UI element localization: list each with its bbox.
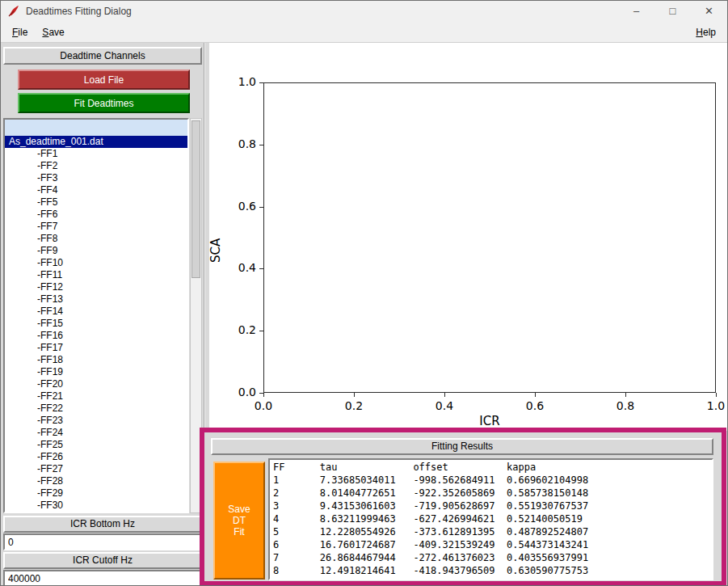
fitting-results-text[interactable]: FF tau offset kappa 1 7.33685034011 -998… — [268, 458, 713, 580]
list-item[interactable]: -FF3 — [5, 172, 187, 184]
plot-figure: ICR SCA 0.00.20.40.60.81.00.00.20.40.60.… — [209, 43, 728, 431]
list-item[interactable]: -FF1 — [5, 148, 187, 160]
icr-bottom-hz-input[interactable] — [3, 533, 202, 550]
sidebar: Deadtime Channels Load File Fit Deadtime… — [1, 43, 204, 586]
menubar: File Save Help — [1, 22, 727, 43]
list-item[interactable]: -FF12 — [5, 281, 187, 293]
list-item[interactable]: -FF6 — [5, 209, 187, 221]
list-item[interactable]: -FF14 — [5, 306, 187, 318]
list-item[interactable]: -FF2 — [5, 160, 187, 172]
x-tick-mark — [444, 393, 445, 397]
list-item[interactable]: As_deadtime_001.dat — [5, 136, 187, 148]
list-item[interactable]: -FF26 — [5, 451, 187, 463]
x-axis-label: ICR — [263, 414, 716, 428]
list-item[interactable]: -FF18 — [5, 354, 187, 366]
y-tick-label: 1.0 — [225, 75, 256, 88]
list-item[interactable]: -FF29 — [5, 487, 187, 500]
x-tick-mark — [263, 393, 264, 397]
list-item[interactable]: -FF11 — [5, 269, 187, 281]
y-tick-mark — [259, 82, 263, 83]
menu-save[interactable]: Save — [35, 23, 71, 42]
list-item[interactable]: -FF30 — [5, 500, 187, 512]
y-axis-label: SCA — [208, 238, 223, 263]
x-tick-label: 0.8 — [609, 399, 642, 412]
y-tick-mark — [259, 331, 263, 331]
list-item[interactable]: -FF19 — [5, 366, 187, 378]
list-item[interactable]: -FF25 — [5, 439, 187, 451]
list-item[interactable]: -FF22 — [5, 403, 187, 415]
y-tick-mark — [259, 145, 263, 145]
load-file-button[interactable]: Load File — [18, 70, 190, 90]
deadtimes-fitting-dialog-window: Deadtimes Fitting Dialog – □ ✕ File Save… — [0, 0, 728, 586]
list-item[interactable]: -FF15 — [5, 318, 187, 330]
list-item[interactable]: -FF5 — [5, 196, 187, 209]
list-item[interactable]: -FF17 — [5, 342, 187, 354]
maximize-button[interactable]: □ — [654, 1, 691, 22]
x-tick-label: 0.0 — [247, 399, 280, 412]
minimize-button[interactable]: – — [618, 1, 654, 22]
list-item[interactable]: -FF8 — [5, 233, 187, 245]
list-item[interactable]: -FF16 — [5, 330, 187, 342]
menu-file[interactable]: File — [5, 23, 35, 42]
list-item[interactable]: -FF21 — [5, 390, 187, 403]
list-item[interactable]: -FF27 — [5, 463, 187, 475]
x-tick-label: 0.2 — [338, 399, 370, 412]
list-item[interactable]: -FF20 — [5, 378, 187, 390]
y-tick-label: 0.4 — [225, 261, 256, 274]
list-item[interactable]: -FF9 — [5, 245, 187, 257]
menu-help[interactable]: Help — [688, 23, 723, 42]
save-dt-fit-button[interactable]: Save DT Fit — [213, 462, 265, 580]
x-tick-label: 1.0 — [700, 399, 728, 412]
list-item[interactable]: -FF10 — [5, 257, 187, 269]
y-tick-label: 0.8 — [225, 137, 256, 150]
annotation-highlight-box: Fitting Results Save DT Fit FF tau offse… — [200, 428, 726, 586]
x-tick-mark — [716, 393, 717, 397]
list-item[interactable]: -FF13 — [5, 293, 187, 306]
list-item[interactable]: -FF7 — [5, 221, 187, 233]
y-tick-mark — [259, 268, 263, 269]
x-tick-mark — [625, 393, 626, 397]
tk-app-icon — [7, 5, 20, 18]
list-item[interactable]: -FF28 — [5, 475, 187, 487]
fitting-results-header: Fitting Results — [211, 438, 713, 455]
x-tick-label: 0.6 — [519, 399, 551, 412]
icr-cutoff-hz-input[interactable] — [3, 570, 202, 586]
y-tick-mark — [259, 207, 263, 208]
list-item[interactable]: -FF23 — [5, 415, 187, 427]
y-tick-mark — [259, 393, 263, 394]
y-tick-label: 0.0 — [225, 386, 256, 398]
icr-bottom-hz-label: ICR Bottom Hz — [3, 516, 202, 533]
window-controls: – □ ✕ — [618, 1, 727, 22]
plot-axes — [263, 82, 716, 393]
y-tick-label: 0.2 — [225, 323, 256, 336]
list-item[interactable] — [5, 120, 187, 136]
deadtime-channels-header: Deadtime Channels — [3, 47, 202, 65]
list-item[interactable]: -FF4 — [5, 184, 187, 196]
x-tick-mark — [354, 393, 355, 397]
y-tick-label: 0.6 — [225, 200, 256, 213]
channel-listbox[interactable]: As_deadtime_001.dat-FF1-FF2-FF3-FF4-FF5-… — [3, 118, 189, 513]
close-button[interactable]: ✕ — [691, 1, 727, 22]
scrollbar-thumb[interactable] — [191, 120, 200, 278]
window-title: Deadtimes Fitting Dialog — [26, 6, 132, 17]
list-item[interactable]: -FF24 — [5, 427, 187, 439]
channel-list-container: As_deadtime_001.dat-FF1-FF2-FF3-FF4-FF5-… — [3, 118, 202, 513]
titlebar: Deadtimes Fitting Dialog – □ ✕ — [1, 1, 727, 22]
x-tick-label: 0.4 — [428, 399, 461, 412]
icr-cutoff-hz-label: ICR Cutoff Hz — [3, 552, 202, 569]
fit-deadtimes-button[interactable]: Fit Deadtimes — [18, 93, 190, 113]
x-tick-mark — [535, 393, 536, 397]
